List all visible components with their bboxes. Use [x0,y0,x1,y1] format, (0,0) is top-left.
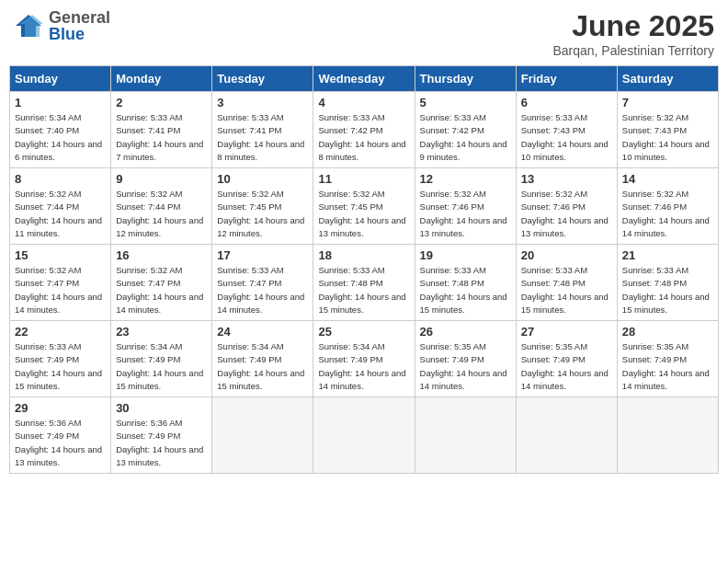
calendar-day-cell [516,397,617,474]
day-info: Sunrise: 5:34 AM Sunset: 7:40 PM Dayligh… [15,111,106,164]
day-info: Sunrise: 5:35 AM Sunset: 7:49 PM Dayligh… [521,340,612,393]
day-number: 22 [15,325,106,339]
day-number: 9 [116,172,207,186]
day-number: 18 [318,248,409,262]
day-number: 13 [521,172,612,186]
day-info: Sunrise: 5:32 AM Sunset: 7:46 PM Dayligh… [622,188,713,240]
day-info: Sunrise: 5:32 AM Sunset: 7:44 PM Dayligh… [15,188,106,240]
day-info: Sunrise: 5:33 AM Sunset: 7:48 PM Dayligh… [622,264,713,316]
calendar-week-row: 22 Sunrise: 5:33 AM Sunset: 7:49 PM Dayl… [10,321,719,397]
day-number: 5 [420,96,511,109]
day-number: 21 [622,248,713,262]
calendar-day-cell: 12 Sunrise: 5:32 AM Sunset: 7:46 PM Dayl… [415,168,516,245]
day-info: Sunrise: 5:33 AM Sunset: 7:48 PM Dayligh… [420,264,511,316]
day-info: Sunrise: 5:32 AM Sunset: 7:44 PM Dayligh… [116,188,207,240]
day-number: 10 [217,172,308,186]
logo-text: General Blue [49,9,110,42]
calendar-day-cell: 16 Sunrise: 5:32 AM Sunset: 7:47 PM Dayl… [111,245,212,321]
day-info: Sunrise: 5:33 AM Sunset: 7:48 PM Dayligh… [521,264,612,316]
calendar-day-cell: 22 Sunrise: 5:33 AM Sunset: 7:49 PM Dayl… [10,321,111,397]
calendar-day-cell: 11 Sunrise: 5:32 AM Sunset: 7:45 PM Dayl… [313,168,415,245]
calendar-day-cell: 7 Sunrise: 5:32 AM Sunset: 7:43 PM Dayli… [617,92,718,168]
col-thursday: Thursday [415,66,516,92]
day-number: 16 [116,248,207,262]
title-block: June 2025 Barqan, Palestinian Territory [552,9,714,58]
calendar-day-cell: 2 Sunrise: 5:33 AM Sunset: 7:41 PM Dayli… [111,92,212,168]
day-info: Sunrise: 5:34 AM Sunset: 7:49 PM Dayligh… [217,340,308,393]
calendar-day-cell: 4 Sunrise: 5:33 AM Sunset: 7:42 PM Dayli… [313,92,415,168]
day-info: Sunrise: 5:32 AM Sunset: 7:46 PM Dayligh… [521,188,612,240]
day-number: 29 [15,401,106,415]
col-tuesday: Tuesday [212,66,313,92]
calendar-day-cell: 17 Sunrise: 5:33 AM Sunset: 7:47 PM Dayl… [212,245,313,321]
day-info: Sunrise: 5:32 AM Sunset: 7:46 PM Dayligh… [420,188,511,240]
page-header: General Blue June 2025 Barqan, Palestini… [9,9,719,58]
day-number: 6 [521,96,612,109]
calendar-week-row: 8 Sunrise: 5:32 AM Sunset: 7:44 PM Dayli… [10,168,719,245]
day-number: 8 [15,172,106,186]
calendar-day-cell: 9 Sunrise: 5:32 AM Sunset: 7:44 PM Dayli… [111,168,212,245]
day-info: Sunrise: 5:32 AM Sunset: 7:47 PM Dayligh… [116,264,207,316]
col-friday: Friday [516,66,617,92]
calendar-day-cell: 14 Sunrise: 5:32 AM Sunset: 7:46 PM Dayl… [617,168,718,245]
day-number: 25 [318,325,409,339]
day-number: 14 [622,172,713,186]
day-number: 11 [318,172,409,186]
day-number: 27 [521,325,612,339]
col-sunday: Sunday [10,66,111,92]
day-number: 23 [116,325,207,339]
day-info: Sunrise: 5:33 AM Sunset: 7:41 PM Dayligh… [116,111,207,164]
day-number: 24 [217,325,308,339]
day-info: Sunrise: 5:32 AM Sunset: 7:45 PM Dayligh… [318,188,409,240]
day-info: Sunrise: 5:32 AM Sunset: 7:43 PM Dayligh… [622,111,713,164]
calendar-day-cell: 10 Sunrise: 5:32 AM Sunset: 7:45 PM Dayl… [212,168,313,245]
day-info: Sunrise: 5:36 AM Sunset: 7:49 PM Dayligh… [116,417,207,469]
location: Barqan, Palestinian Territory [552,43,714,58]
calendar-day-cell: 3 Sunrise: 5:33 AM Sunset: 7:41 PM Dayli… [212,92,313,168]
calendar-week-row: 29 Sunrise: 5:36 AM Sunset: 7:49 PM Dayl… [10,397,719,474]
day-info: Sunrise: 5:33 AM Sunset: 7:48 PM Dayligh… [318,264,409,316]
calendar-day-cell: 1 Sunrise: 5:34 AM Sunset: 7:40 PM Dayli… [10,92,111,168]
day-info: Sunrise: 5:35 AM Sunset: 7:49 PM Dayligh… [622,340,713,393]
calendar-week-row: 1 Sunrise: 5:34 AM Sunset: 7:40 PM Dayli… [10,92,719,168]
day-number: 1 [15,96,106,109]
calendar-day-cell: 27 Sunrise: 5:35 AM Sunset: 7:49 PM Dayl… [516,321,617,397]
day-number: 26 [420,325,511,339]
day-info: Sunrise: 5:33 AM Sunset: 7:42 PM Dayligh… [318,111,409,164]
day-info: Sunrise: 5:35 AM Sunset: 7:49 PM Dayligh… [420,340,511,393]
day-info: Sunrise: 5:33 AM Sunset: 7:43 PM Dayligh… [521,111,612,164]
logo-icon [14,13,43,39]
calendar-day-cell: 19 Sunrise: 5:33 AM Sunset: 7:48 PM Dayl… [415,245,516,321]
calendar-day-cell: 5 Sunrise: 5:33 AM Sunset: 7:42 PM Dayli… [415,92,516,168]
calendar-day-cell: 26 Sunrise: 5:35 AM Sunset: 7:49 PM Dayl… [415,321,516,397]
day-info: Sunrise: 5:32 AM Sunset: 7:47 PM Dayligh… [15,264,106,316]
col-wednesday: Wednesday [313,66,415,92]
day-number: 19 [420,248,511,262]
day-info: Sunrise: 5:32 AM Sunset: 7:45 PM Dayligh… [217,188,308,240]
calendar-header-row: Sunday Monday Tuesday Wednesday Thursday… [10,66,719,92]
day-number: 4 [318,96,409,109]
day-number: 28 [622,325,713,339]
calendar-day-cell [617,397,718,474]
day-number: 12 [420,172,511,186]
calendar-day-cell: 25 Sunrise: 5:34 AM Sunset: 7:49 PM Dayl… [313,321,415,397]
month-title: June 2025 [552,9,714,43]
calendar-week-row: 15 Sunrise: 5:32 AM Sunset: 7:47 PM Dayl… [10,245,719,321]
calendar-day-cell: 21 Sunrise: 5:33 AM Sunset: 7:48 PM Dayl… [617,245,718,321]
calendar-day-cell [415,397,516,474]
day-number: 20 [521,248,612,262]
calendar-day-cell: 8 Sunrise: 5:32 AM Sunset: 7:44 PM Dayli… [10,168,111,245]
calendar-day-cell: 24 Sunrise: 5:34 AM Sunset: 7:49 PM Dayl… [212,321,313,397]
logo-blue: Blue [49,26,110,42]
day-info: Sunrise: 5:34 AM Sunset: 7:49 PM Dayligh… [116,340,207,393]
day-number: 3 [217,96,308,109]
calendar-day-cell: 15 Sunrise: 5:32 AM Sunset: 7:47 PM Dayl… [10,245,111,321]
col-monday: Monday [111,66,212,92]
day-number: 7 [622,96,713,109]
calendar-day-cell: 18 Sunrise: 5:33 AM Sunset: 7:48 PM Dayl… [313,245,415,321]
calendar-day-cell: 30 Sunrise: 5:36 AM Sunset: 7:49 PM Dayl… [111,397,212,474]
day-number: 30 [116,401,207,415]
day-info: Sunrise: 5:36 AM Sunset: 7:49 PM Dayligh… [15,417,106,469]
day-info: Sunrise: 5:33 AM Sunset: 7:47 PM Dayligh… [217,264,308,316]
day-info: Sunrise: 5:33 AM Sunset: 7:49 PM Dayligh… [15,340,106,393]
